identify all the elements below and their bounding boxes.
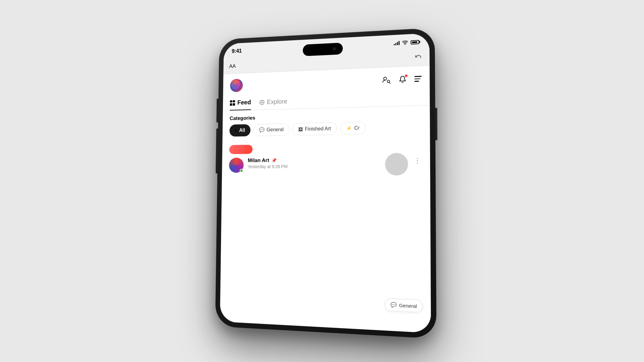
chip-cr-label: Cr	[354, 125, 360, 131]
post-author: Milan Art	[248, 157, 269, 164]
tab-feed-label: Feed	[237, 99, 251, 106]
svg-point-3	[260, 100, 264, 104]
person-search-icon	[382, 76, 391, 84]
general-chip-icon: 💬	[259, 127, 264, 133]
feed-icon	[230, 100, 235, 106]
category-chip-finished-art[interactable]: 🖼 Finished Art	[292, 122, 337, 135]
cr-chip-icon: ⚡	[346, 125, 352, 131]
post-time: Yesterday at 9:28 PM	[248, 163, 381, 169]
status-time: 9:41	[232, 48, 242, 54]
refresh-icon	[415, 54, 422, 62]
tab-explore-label: Explore	[267, 98, 287, 106]
chip-all-label: All	[239, 128, 245, 133]
general-tag: 💬 General	[385, 298, 423, 312]
svg-point-2	[387, 80, 390, 83]
general-tag-label: General	[399, 302, 417, 309]
svg-point-0	[405, 44, 406, 45]
chip-finished-art-label: Finished Art	[305, 126, 331, 132]
app-content: Feed Explore Categories ≡ All	[220, 66, 431, 333]
menu-button[interactable]	[414, 76, 422, 82]
refresh-button[interactable]	[414, 53, 423, 63]
svg-point-4	[261, 102, 262, 103]
post-banner	[229, 145, 253, 154]
author-row: Milan Art 📌	[248, 156, 380, 164]
category-chip-cr[interactable]: ⚡ Cr	[340, 122, 366, 135]
post-more-button[interactable]: ⋮	[413, 156, 422, 165]
general-tag-icon: 💬	[390, 302, 397, 308]
battery-icon	[411, 40, 419, 44]
tab-explore[interactable]: Explore	[259, 95, 287, 110]
svg-point-1	[384, 77, 387, 80]
online-indicator	[240, 169, 243, 173]
category-chip-all[interactable]: ≡ All	[230, 124, 251, 137]
header-actions	[382, 74, 422, 85]
signal-bars-icon	[394, 41, 400, 45]
all-icon: ≡	[235, 128, 237, 133]
tab-feed[interactable]: Feed	[230, 96, 251, 111]
avatar	[229, 157, 244, 173]
pin-icon: 📌	[271, 158, 276, 163]
post-meta: Milan Art 📌 Yesterday at 9:28 PM	[248, 156, 381, 169]
wifi-icon	[402, 40, 408, 45]
phone-screen: 9:41 AA	[220, 33, 431, 333]
person-search-button[interactable]	[382, 75, 391, 85]
app-logo	[230, 79, 243, 92]
status-icons	[394, 40, 420, 45]
post-thumbnail	[385, 153, 408, 175]
logo-globe-icon	[230, 79, 241, 90]
post-header: Milan Art 📌 Yesterday at 9:28 PM ⋮	[229, 156, 422, 176]
dynamic-island	[303, 43, 343, 56]
post-area: Milan Art 📌 Yesterday at 9:28 PM ⋮	[222, 137, 430, 176]
notification-badge	[404, 74, 408, 78]
notification-button[interactable]	[398, 75, 407, 84]
browser-bar-text: AA	[229, 63, 236, 69]
category-chip-general[interactable]: 💬 General	[253, 123, 289, 136]
chip-general-label: General	[267, 127, 284, 133]
explore-icon	[259, 99, 264, 105]
finished-art-chip-icon: 🖼	[298, 127, 303, 132]
